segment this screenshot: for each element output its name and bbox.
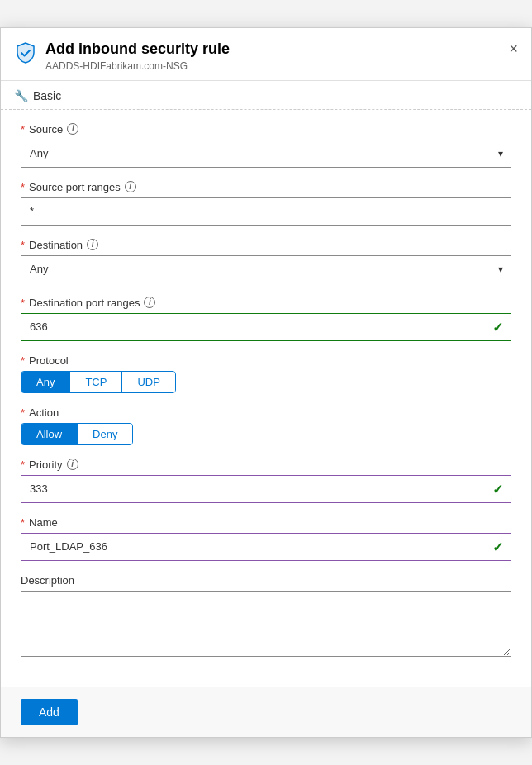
protocol-tcp-button[interactable]: TCP — [70, 372, 122, 392]
name-input-wrapper: ✓ — [21, 533, 511, 561]
dialog-body: * Source i Any IP Addresses Service Tag … — [1, 110, 531, 687]
destination-group: * Destination i Any IP Addresses Service… — [21, 239, 511, 283]
action-allow-button[interactable]: Allow — [21, 424, 78, 444]
wrench-icon: 🔧 — [14, 89, 28, 102]
name-input[interactable] — [21, 533, 511, 561]
protocol-any-button[interactable]: Any — [21, 372, 70, 392]
priority-input[interactable] — [21, 475, 511, 503]
dialog-title: Add inbound security rule — [45, 40, 509, 59]
source-info-icon[interactable]: i — [67, 123, 78, 135]
source-port-ranges-label: * Source port ranges i — [21, 181, 511, 193]
source-port-ranges-group: * Source port ranges i — [21, 181, 511, 226]
protocol-label: * Protocol — [21, 354, 511, 367]
add-button[interactable]: Add — [21, 699, 78, 725]
dest-port-label-text: Destination port ranges — [29, 297, 140, 309]
action-deny-button[interactable]: Deny — [78, 424, 132, 444]
priority-checkmark: ✓ — [492, 481, 503, 497]
section-header: 🔧 Basic — [1, 81, 531, 110]
dest-port-checkmark: ✓ — [492, 319, 503, 335]
shield-icon — [14, 41, 37, 64]
action-label-text: Action — [29, 406, 59, 419]
description-input[interactable] — [21, 591, 511, 657]
description-label: Description — [21, 574, 511, 587]
action-label: * Action — [21, 406, 511, 419]
destination-required: * — [21, 239, 25, 251]
destination-select[interactable]: Any IP Addresses Service Tag Application… — [21, 255, 511, 283]
destination-label-text: Destination — [29, 239, 83, 251]
source-port-label-text: Source port ranges — [29, 181, 121, 193]
source-port-info-icon[interactable]: i — [125, 181, 136, 192]
priority-label-text: Priority — [29, 459, 62, 471]
source-group: * Source i Any IP Addresses Service Tag … — [21, 123, 511, 168]
priority-group: * Priority i ✓ — [21, 459, 511, 503]
source-label-text: Source — [29, 123, 63, 135]
source-port-input[interactable] — [21, 197, 511, 226]
source-select[interactable]: Any IP Addresses Service Tag Application… — [21, 140, 511, 168]
action-toggle-group: Allow Deny — [21, 423, 133, 445]
dialog-subtitle: AADDS-HDIFabrikam.com-NSG — [45, 60, 509, 72]
dialog-header: Add inbound security rule AADDS-HDIFabri… — [1, 28, 531, 80]
protocol-label-text: Protocol — [29, 354, 69, 367]
name-label: * Name — [21, 516, 511, 529]
source-label: * Source i — [21, 123, 511, 135]
description-group: Description — [21, 574, 511, 660]
destination-port-ranges-label: * Destination port ranges i — [21, 297, 511, 309]
name-group: * Name ✓ — [21, 516, 511, 561]
action-required: * — [21, 406, 25, 419]
description-label-text: Description — [21, 574, 74, 587]
priority-input-wrapper: ✓ — [21, 475, 511, 503]
dest-port-info-icon[interactable]: i — [144, 297, 155, 308]
destination-port-input-wrapper: ✓ — [21, 313, 511, 341]
protocol-udp-button[interactable]: UDP — [122, 372, 174, 392]
close-button[interactable]: × — [509, 41, 518, 56]
section-label-text: Basic — [33, 89, 61, 102]
priority-label: * Priority i — [21, 459, 511, 471]
priority-required: * — [21, 459, 25, 471]
protocol-required: * — [21, 354, 25, 367]
add-inbound-security-rule-dialog: Add inbound security rule AADDS-HDIFabri… — [0, 27, 532, 737]
source-required: * — [21, 123, 25, 135]
protocol-group: * Protocol Any TCP UDP — [21, 354, 511, 393]
destination-port-ranges-group: * Destination port ranges i ✓ — [21, 297, 511, 341]
protocol-toggle-group: Any TCP UDP — [21, 371, 176, 393]
destination-info-icon[interactable]: i — [87, 239, 98, 250]
dialog-footer: Add — [1, 687, 531, 737]
name-required: * — [21, 516, 25, 529]
dest-port-required: * — [21, 297, 25, 309]
destination-label: * Destination i — [21, 239, 511, 251]
destination-port-input[interactable] — [21, 313, 511, 341]
destination-select-wrapper: Any IP Addresses Service Tag Application… — [21, 255, 511, 283]
action-group: * Action Allow Deny — [21, 406, 511, 445]
name-label-text: Name — [29, 516, 58, 529]
header-text: Add inbound security rule AADDS-HDIFabri… — [45, 40, 509, 71]
name-checkmark: ✓ — [492, 539, 503, 554]
source-port-required: * — [21, 181, 25, 193]
source-select-wrapper: Any IP Addresses Service Tag Application… — [21, 140, 511, 168]
priority-info-icon[interactable]: i — [67, 459, 78, 470]
